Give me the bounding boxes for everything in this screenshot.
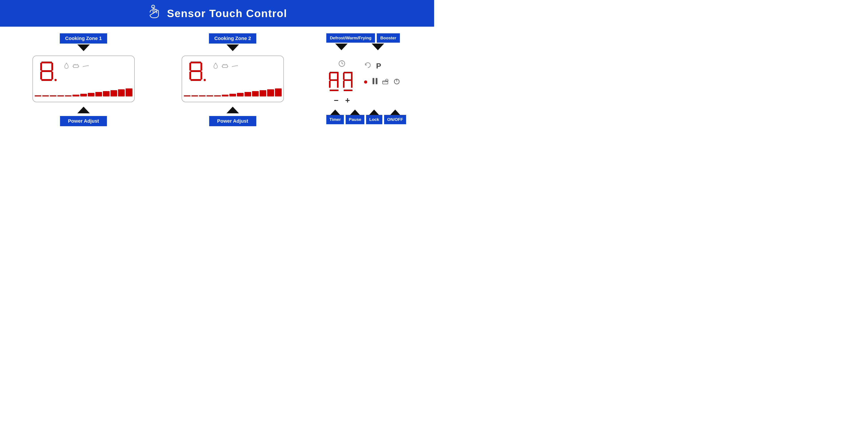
zone1-power-bars (35, 89, 132, 96)
timer-arrow-up (330, 109, 340, 115)
svg-line-33 (232, 66, 238, 66)
timer-button[interactable]: Timer (326, 115, 344, 124)
svg-rect-23 (189, 71, 191, 80)
svg-rect-45 (337, 81, 339, 88)
svg-rect-21 (200, 63, 202, 71)
onoff-arrow-wrap: ON/OFF (384, 109, 406, 124)
svg-rect-10 (73, 65, 78, 68)
svg-rect-24 (200, 71, 202, 80)
pause-arrow-up (350, 109, 360, 115)
pause-button[interactable]: Pause (346, 115, 364, 124)
lock-arrow-wrap: Lock (366, 109, 382, 124)
timer-arrow-wrap: Timer (326, 109, 344, 124)
svg-rect-22 (190, 70, 201, 72)
zone1-digit (39, 60, 57, 86)
zone1-arrow-up (78, 107, 90, 113)
zone2-section: Cooking Zone 2 (177, 33, 288, 126)
refresh-icon[interactable] (364, 61, 372, 70)
svg-rect-27 (222, 65, 227, 68)
svg-rect-55 (376, 78, 377, 84)
zone2-display (182, 56, 284, 102)
right-panel: Defrost/Warm/Frying Booster (326, 33, 406, 124)
pause-arrow-wrap: Pause (346, 109, 364, 124)
zone1-section: Cooking Zone 1 (28, 33, 139, 126)
zone1-icons (64, 63, 89, 69)
svg-rect-3 (40, 63, 42, 71)
status-dot (364, 81, 367, 84)
svg-rect-43 (330, 79, 339, 81)
svg-line-38 (342, 64, 343, 64)
pause-icon[interactable] (372, 77, 378, 87)
svg-rect-20 (189, 63, 191, 71)
onoff-arrow-up (390, 109, 400, 115)
zone2-power-adjust[interactable]: Power Adjust (209, 116, 256, 126)
svg-rect-25 (190, 79, 201, 81)
zone1-power-adjust[interactable]: Power Adjust (60, 116, 107, 126)
main-content: Cooking Zone 1 (0, 27, 434, 131)
plus-button[interactable]: + (345, 96, 350, 105)
right-controls: P (364, 59, 401, 87)
booster-label: Booster (377, 33, 400, 43)
zone1-label: Cooking Zone 1 (60, 33, 107, 43)
lock-icon[interactable] (382, 77, 390, 87)
defrost-arrow-down (335, 43, 348, 50)
zone2-icons (213, 63, 238, 69)
svg-rect-50 (344, 79, 352, 81)
booster-arrow-down (372, 43, 384, 50)
svg-rect-46 (330, 90, 339, 91)
svg-rect-41 (329, 73, 331, 80)
right-top-labels: Defrost/Warm/Frying Booster (326, 33, 400, 43)
svg-rect-48 (343, 73, 344, 80)
zone2-digit (188, 60, 206, 86)
header-bar: Sensor Touch Control (0, 0, 434, 27)
timer-clock-icon (338, 59, 346, 69)
svg-rect-51 (343, 81, 344, 88)
zone2-power-bars (184, 89, 282, 96)
touch-icon (147, 4, 162, 23)
svg-rect-19 (190, 62, 201, 63)
p-label: P (376, 62, 381, 70)
svg-rect-5 (41, 70, 52, 72)
svg-rect-6 (40, 71, 42, 80)
zone2-arrow-up (226, 107, 239, 113)
zone1-arrow-down (78, 44, 90, 51)
svg-rect-7 (51, 71, 53, 80)
svg-point-26 (204, 79, 206, 81)
defrost-label: Defrost/Warm/Frying (326, 33, 375, 43)
svg-line-16 (83, 66, 89, 66)
onoff-button[interactable]: ON/OFF (384, 115, 406, 124)
zone2-label: Cooking Zone 2 (209, 33, 256, 43)
zone2-arrow-down (226, 44, 239, 51)
svg-rect-53 (344, 90, 352, 91)
power-icon[interactable] (393, 77, 401, 87)
svg-rect-54 (373, 78, 374, 84)
svg-point-9 (55, 79, 57, 81)
svg-rect-57 (382, 81, 388, 84)
svg-rect-2 (41, 62, 52, 63)
svg-rect-52 (351, 81, 352, 88)
svg-rect-8 (41, 79, 52, 81)
svg-rect-42 (337, 73, 339, 80)
svg-rect-49 (351, 73, 352, 80)
right-panel-digit (329, 71, 355, 94)
svg-rect-4 (51, 63, 53, 71)
header-title: Sensor Touch Control (167, 7, 287, 20)
svg-rect-44 (329, 81, 331, 88)
lock-arrow-up (369, 109, 379, 115)
lock-button[interactable]: Lock (366, 115, 382, 124)
timer-display-area: − + (329, 59, 355, 105)
zone1-display (32, 56, 135, 102)
minus-button[interactable]: − (334, 96, 339, 105)
